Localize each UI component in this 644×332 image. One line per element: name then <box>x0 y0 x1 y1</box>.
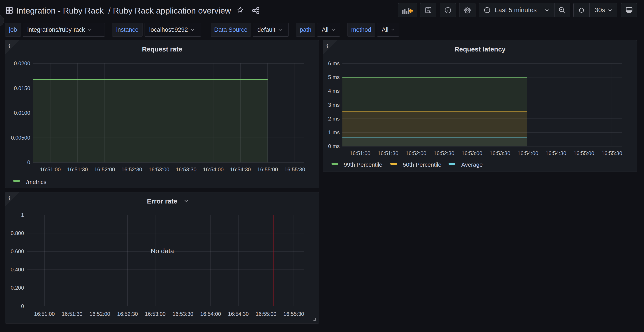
svg-text:16:55:00: 16:55:00 <box>257 166 278 172</box>
svg-text:16:52:00: 16:52:00 <box>90 311 110 317</box>
svg-text:16:52:30: 16:52:30 <box>434 150 454 156</box>
svg-text:5 ms: 5 ms <box>328 74 340 80</box>
svg-text:16:53:00: 16:53:00 <box>148 166 169 172</box>
svg-text:0.00500: 0.00500 <box>11 135 30 141</box>
svg-text:16:55:30: 16:55:30 <box>602 150 622 156</box>
svg-text:16:54:30: 16:54:30 <box>546 150 566 156</box>
svg-text:16:54:00: 16:54:00 <box>200 311 221 317</box>
svg-text:16:51:30: 16:51:30 <box>62 311 82 317</box>
svg-text:16:54:30: 16:54:30 <box>228 311 249 317</box>
svg-text:0.400: 0.400 <box>11 267 24 273</box>
svg-text:16:53:00: 16:53:00 <box>145 311 166 317</box>
svg-text:0.600: 0.600 <box>11 248 24 254</box>
svg-text:3 ms: 3 ms <box>328 102 340 108</box>
svg-text:16:52:00: 16:52:00 <box>406 150 426 156</box>
svg-text:16:52:30: 16:52:30 <box>117 311 138 317</box>
svg-text:16:55:00: 16:55:00 <box>256 311 276 317</box>
svg-text:/metrics: /metrics <box>26 179 46 185</box>
svg-text:0: 0 <box>27 159 30 165</box>
svg-text:0.200: 0.200 <box>11 285 24 291</box>
svg-text:99th Percentile: 99th Percentile <box>344 161 382 168</box>
svg-text:16:52:00: 16:52:00 <box>94 166 115 172</box>
svg-text:16:55:30: 16:55:30 <box>283 311 304 317</box>
svg-text:50th Percentile: 50th Percentile <box>403 161 441 168</box>
svg-text:16:51:00: 16:51:00 <box>350 150 370 156</box>
svg-text:16:53:30: 16:53:30 <box>176 166 196 172</box>
svg-text:16:51:00: 16:51:00 <box>34 311 55 317</box>
svg-text:0: 0 <box>21 303 24 309</box>
svg-text:Average: Average <box>461 161 482 168</box>
svg-text:2 ms: 2 ms <box>328 116 340 122</box>
svg-text:16:51:30: 16:51:30 <box>378 150 398 156</box>
svg-text:0.800: 0.800 <box>11 230 24 236</box>
svg-text:16:54:00: 16:54:00 <box>203 166 224 172</box>
svg-text:16:55:30: 16:55:30 <box>284 166 305 172</box>
svg-text:16:54:00: 16:54:00 <box>518 150 538 156</box>
svg-text:16:55:00: 16:55:00 <box>574 150 594 156</box>
svg-text:1: 1 <box>21 212 24 218</box>
svg-text:0.0200: 0.0200 <box>14 60 30 66</box>
svg-text:0.0100: 0.0100 <box>14 110 30 116</box>
svg-text:16:53:30: 16:53:30 <box>490 150 510 156</box>
svg-text:1 ms: 1 ms <box>328 129 340 135</box>
svg-text:No data: No data <box>150 247 174 255</box>
svg-text:0.0150: 0.0150 <box>14 85 30 91</box>
svg-text:16:52:30: 16:52:30 <box>122 166 142 172</box>
svg-text:16:54:30: 16:54:30 <box>230 166 251 172</box>
svg-text:16:53:00: 16:53:00 <box>462 150 482 156</box>
svg-text:16:51:30: 16:51:30 <box>67 166 88 172</box>
svg-text:16:51:00: 16:51:00 <box>40 166 60 172</box>
svg-text:0 ms: 0 ms <box>328 143 340 149</box>
svg-text:16:53:30: 16:53:30 <box>172 311 193 317</box>
svg-text:6 ms: 6 ms <box>328 60 340 66</box>
svg-text:4 ms: 4 ms <box>328 88 340 94</box>
